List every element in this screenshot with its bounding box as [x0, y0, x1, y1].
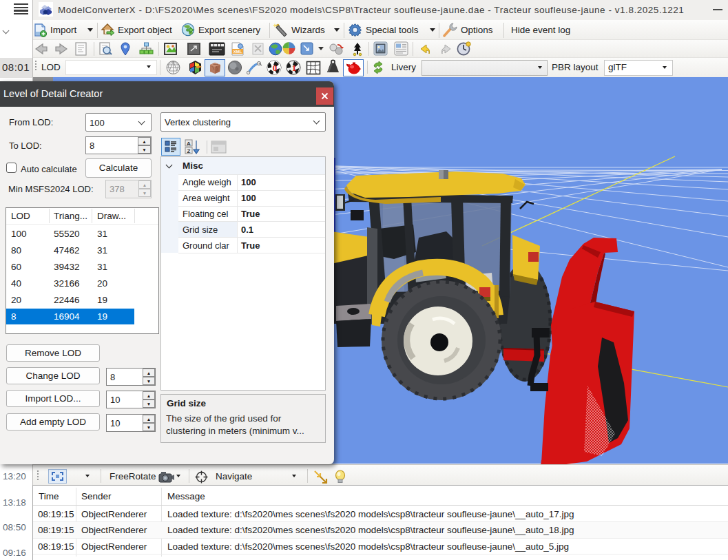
svg-text:Z: Z [187, 148, 191, 154]
svg-text:0: 0 [273, 63, 278, 73]
svg-text:A: A [187, 141, 191, 147]
svg-text:1: 1 [292, 63, 297, 73]
svg-text:XML: XML [233, 50, 242, 54]
